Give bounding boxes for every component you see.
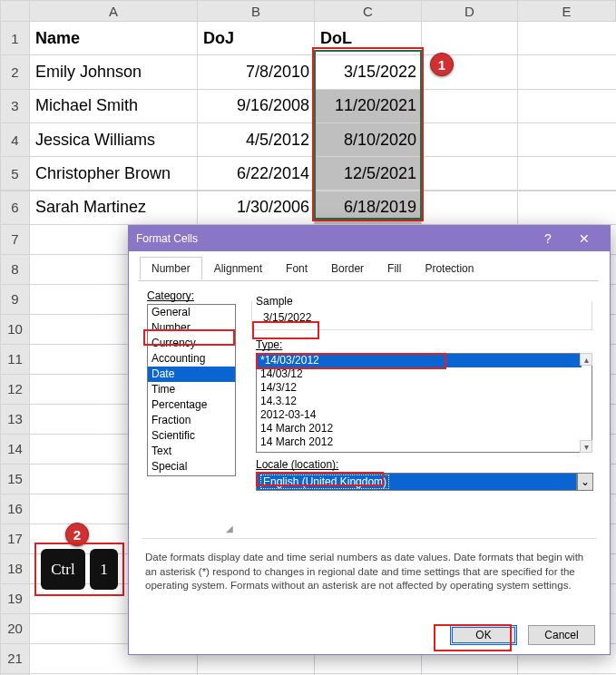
sample-box (251, 301, 592, 330)
cell[interactable]: 6/18/2019 (314, 191, 423, 225)
col-header-b[interactable]: B (197, 0, 315, 22)
cell[interactable] (517, 54, 616, 89)
cell[interactable] (421, 21, 519, 55)
key-1: 1 (90, 549, 118, 590)
row-header[interactable]: 3 (0, 89, 30, 123)
category-item[interactable]: Text (148, 444, 235, 459)
row-header[interactable]: 12 (0, 374, 30, 405)
row-header[interactable]: 8 (0, 254, 30, 285)
col-header-a[interactable]: A (29, 0, 198, 22)
row-header[interactable]: 19 (0, 583, 30, 614)
tab-fill[interactable]: Fill (376, 257, 413, 279)
type-label: Type: (256, 338, 282, 351)
category-list[interactable]: General Number Currency Accounting Date … (147, 304, 236, 476)
category-item[interactable]: General (148, 305, 235, 320)
cell[interactable]: Name (29, 21, 199, 55)
col-header-e[interactable]: E (517, 0, 616, 22)
cell[interactable]: 7/8/2010 (197, 54, 316, 89)
tab-border[interactable]: Border (319, 257, 376, 279)
cell[interactable]: 9/16/2008 (197, 89, 316, 123)
cell[interactable] (421, 156, 519, 191)
type-item[interactable]: 2012-03-14 (257, 408, 592, 422)
cell[interactable]: 11/20/2021 (314, 89, 423, 123)
type-item[interactable]: 14 March 2012 (257, 422, 592, 435)
type-scroll-down[interactable]: ▾ (580, 440, 592, 453)
dialog-title: Format Cells (136, 232, 530, 245)
close-button[interactable]: ✕ (566, 226, 602, 251)
cell[interactable] (517, 89, 616, 123)
cell[interactable] (421, 191, 519, 225)
cell[interactable]: 12/5/2021 (314, 156, 423, 191)
row-header[interactable]: 16 (0, 494, 30, 524)
row-header[interactable]: 6 (0, 191, 30, 225)
col-header-c[interactable]: C (314, 0, 422, 22)
cell[interactable] (517, 122, 616, 157)
tab-number[interactable]: Number (140, 257, 202, 279)
category-item-selected[interactable]: Date (148, 367, 235, 382)
cell[interactable]: Jessica Williams (29, 122, 199, 157)
row-header[interactable]: 20 (0, 613, 30, 644)
row-header[interactable]: 5 (0, 156, 30, 191)
select-all-corner[interactable] (0, 0, 30, 22)
row-header[interactable]: 4 (0, 122, 30, 157)
ok-button[interactable]: OK (450, 625, 517, 645)
row-header[interactable]: 2 (0, 54, 30, 89)
col-header-d[interactable]: D (421, 0, 518, 22)
cell[interactable]: Christopher Brown (29, 156, 199, 191)
cell[interactable]: Emily Johnson (29, 54, 199, 89)
row-header[interactable]: 11 (0, 344, 30, 375)
category-item[interactable]: Number (148, 320, 235, 336)
cell[interactable]: 3/15/2022 (314, 54, 423, 89)
cancel-button[interactable]: Cancel (528, 625, 595, 645)
row-header[interactable]: 10 (0, 314, 30, 345)
category-item[interactable]: Fraction (148, 413, 235, 428)
tab-protection[interactable]: Protection (413, 257, 485, 279)
type-item[interactable]: 14.3.12 (257, 395, 592, 408)
cell[interactable] (421, 122, 519, 157)
cell[interactable] (517, 191, 616, 225)
category-item[interactable]: Time (148, 382, 235, 397)
category-item[interactable]: Currency (148, 336, 235, 351)
tab-font[interactable]: Font (274, 257, 319, 279)
locale-dropdown[interactable]: English (United Kingdom) (256, 473, 577, 491)
locale-value: English (United Kingdom) (260, 474, 389, 489)
type-scroll-up[interactable]: ▴ (580, 353, 592, 366)
type-item-selected[interactable]: *14/03/2012 (257, 354, 582, 367)
category-item[interactable]: Special (148, 459, 235, 474)
cell[interactable] (421, 89, 519, 123)
help-button[interactable]: ? (530, 226, 566, 251)
cell[interactable] (517, 156, 616, 191)
key-ctrl: Ctrl (41, 549, 85, 590)
row-header[interactable]: 13 (0, 404, 30, 435)
category-item[interactable]: Accounting (148, 351, 235, 367)
category-item[interactable]: Custom (148, 474, 235, 476)
locale-dropdown-arrow[interactable]: ⌄ (577, 473, 593, 491)
cell[interactable]: 4/5/2012 (197, 122, 316, 157)
row-header[interactable]: 7 (0, 224, 30, 255)
row-header[interactable]: 21 (0, 643, 30, 674)
type-list[interactable]: *14/03/2012 14/03/12 14/3/12 14.3.12 201… (256, 353, 592, 453)
category-item[interactable]: Scientific (148, 428, 235, 444)
cell[interactable] (517, 21, 616, 55)
type-item[interactable]: 14 March 2012 (257, 435, 592, 449)
resize-grip: ◢ (223, 522, 236, 534)
row-header[interactable]: 17 (0, 523, 30, 554)
cell[interactable]: Michael Smith (29, 89, 199, 123)
row-header[interactable]: 9 (0, 284, 30, 315)
dialog-titlebar[interactable]: Format Cells ? ✕ (129, 226, 610, 251)
type-item[interactable]: 14/3/12 (257, 381, 592, 395)
cell[interactable]: Sarah Martinez (29, 191, 199, 225)
row-header[interactable]: 1 (0, 21, 30, 55)
row-header[interactable]: 14 (0, 434, 30, 465)
cell[interactable]: DoL (314, 21, 423, 55)
tab-alignment[interactable]: Alignment (202, 257, 274, 279)
cell[interactable]: 6/22/2014 (197, 156, 316, 191)
cell[interactable]: 8/10/2020 (314, 122, 423, 157)
cell[interactable]: 1/30/2006 (197, 191, 316, 225)
cell[interactable]: DoJ (197, 21, 316, 55)
row-header[interactable]: 15 (0, 464, 30, 494)
type-item[interactable]: 14/03/12 (257, 367, 592, 381)
category-item[interactable]: Percentage (148, 397, 235, 413)
row-header[interactable]: 18 (0, 553, 30, 584)
badge-1: 1 (430, 53, 454, 76)
